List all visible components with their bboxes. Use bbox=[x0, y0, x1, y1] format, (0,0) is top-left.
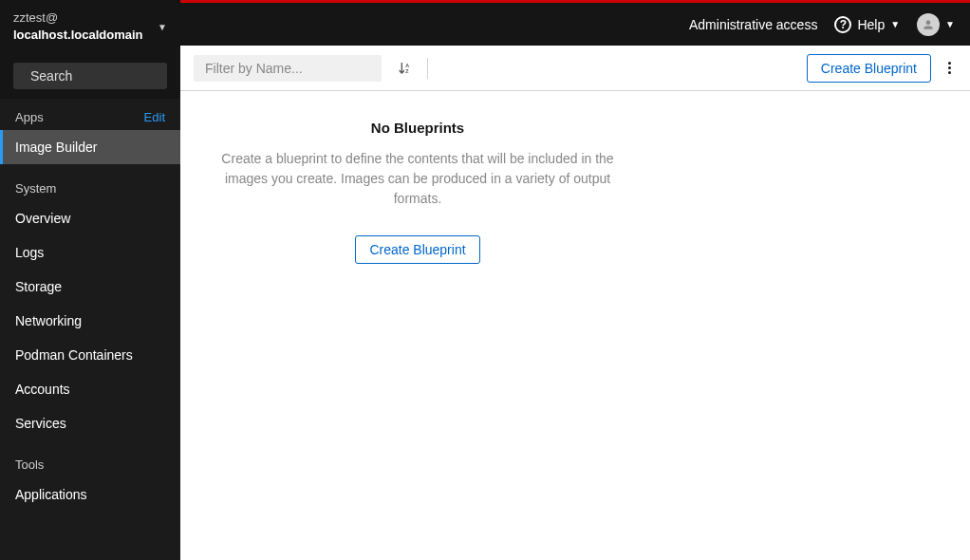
user-label: zztest@ bbox=[13, 10, 58, 25]
sidebar: zztest@ localhost.localdomain ▼ Apps Edi… bbox=[0, 0, 180, 560]
sidebar-item-overview[interactable]: Overview bbox=[0, 201, 180, 235]
dot-icon bbox=[948, 71, 951, 74]
sort-az-icon: A Z bbox=[397, 61, 412, 76]
topbar: Administrative access ? Help ▼ ▼ bbox=[180, 3, 970, 46]
help-menu[interactable]: ? Help ▼ bbox=[834, 16, 900, 33]
sidebar-item-applications[interactable]: Applications bbox=[0, 477, 180, 512]
sidebar-item-services[interactable]: Services bbox=[0, 406, 180, 440]
user-menu[interactable]: ▼ bbox=[917, 13, 955, 36]
svg-text:Z: Z bbox=[405, 67, 409, 73]
sidebar-item-accounts[interactable]: Accounts bbox=[0, 372, 180, 406]
avatar bbox=[917, 13, 940, 36]
nav-section-system: System bbox=[0, 164, 180, 201]
create-blueprint-empty-button[interactable]: Create Blueprint bbox=[355, 235, 479, 264]
empty-title: No Blueprints bbox=[180, 120, 655, 136]
dot-icon bbox=[948, 62, 951, 65]
empty-state: No Blueprints Create a blueprint to defi… bbox=[180, 120, 655, 264]
host-selector[interactable]: zztest@ localhost.localdomain ▼ bbox=[0, 0, 180, 53]
search-wrapper bbox=[0, 53, 180, 99]
nav-section-apps-label: Apps bbox=[15, 110, 44, 124]
nav-section-apps: Apps Edit bbox=[0, 99, 180, 130]
kebab-menu[interactable] bbox=[942, 58, 957, 78]
sort-button[interactable]: A Z bbox=[393, 57, 416, 80]
create-blueprint-button[interactable]: Create Blueprint bbox=[807, 54, 931, 83]
main-area: Administrative access ? Help ▼ ▼ A bbox=[180, 0, 970, 560]
sidebar-item-image-builder[interactable]: Image Builder bbox=[0, 130, 180, 164]
chevron-down-icon: ▼ bbox=[945, 19, 955, 29]
search-box[interactable] bbox=[13, 63, 167, 89]
sidebar-item-storage[interactable]: Storage bbox=[0, 270, 180, 304]
hostname-label: localhost.localdomain bbox=[13, 28, 143, 42]
toolbar: A Z Create Blueprint bbox=[180, 46, 970, 91]
chevron-down-icon: ▼ bbox=[158, 22, 167, 32]
apps-edit-link[interactable]: Edit bbox=[144, 110, 165, 124]
filter-input[interactable] bbox=[194, 55, 382, 82]
sidebar-item-networking[interactable]: Networking bbox=[0, 304, 180, 338]
chevron-down-icon: ▼ bbox=[890, 19, 900, 29]
help-label: Help bbox=[857, 17, 885, 32]
dot-icon bbox=[948, 66, 951, 69]
sidebar-item-podman[interactable]: Podman Containers bbox=[0, 338, 180, 372]
admin-access-label: Administrative access bbox=[689, 17, 817, 32]
person-icon bbox=[922, 18, 935, 31]
content-area: No Blueprints Create a blueprint to defi… bbox=[180, 91, 970, 560]
host-label: zztest@ localhost.localdomain bbox=[13, 9, 143, 44]
toolbar-divider bbox=[427, 58, 428, 79]
nav-section-tools: Tools bbox=[0, 440, 180, 477]
empty-description: Create a blueprint to define the content… bbox=[209, 149, 626, 209]
help-icon: ? bbox=[834, 16, 851, 33]
svg-text:A: A bbox=[405, 62, 409, 67]
search-input[interactable] bbox=[30, 68, 180, 84]
admin-access-button[interactable]: Administrative access bbox=[689, 17, 817, 32]
sidebar-item-logs[interactable]: Logs bbox=[0, 235, 180, 270]
